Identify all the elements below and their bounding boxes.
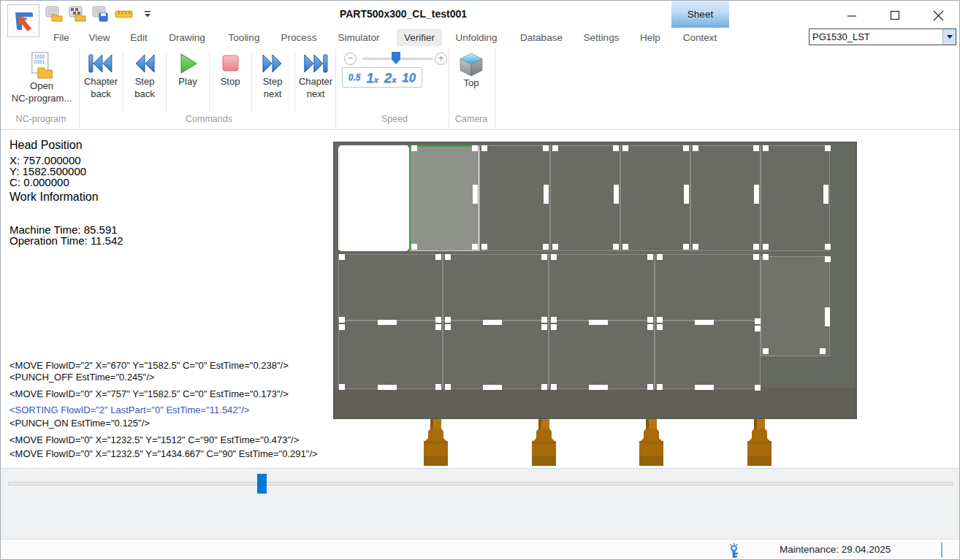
sheet-bottom-margin — [335, 388, 856, 418]
close-button[interactable] — [926, 7, 951, 24]
speed-preset-2x[interactable]: 2x — [384, 71, 397, 85]
chapter-next-button[interactable]: Chapter next — [299, 52, 332, 100]
tab-edit[interactable]: Edit — [123, 28, 154, 46]
sheet-part-pending[interactable] — [549, 321, 655, 389]
open-part-button[interactable] — [45, 6, 63, 22]
button-separator — [209, 52, 210, 112]
micro-joint-mark — [695, 320, 714, 325]
button-label: Step — [263, 75, 283, 88]
camera-top-button[interactable]: Top — [458, 52, 484, 89]
micro-joint-mark — [483, 320, 502, 325]
tab-context[interactable]: Context — [676, 28, 725, 46]
machine-selector-combobox[interactable]: PG1530_LST — [809, 28, 956, 45]
app-logo-button[interactable] — [7, 4, 39, 37]
micro-joint-mark — [445, 254, 451, 260]
sheet-part-pending[interactable] — [690, 145, 761, 251]
tab-drawing[interactable]: Drawing — [161, 28, 213, 46]
play-button[interactable]: Play — [177, 52, 199, 88]
step-next-button[interactable]: Step next — [261, 52, 284, 100]
tab-verifier[interactable]: Verifier — [397, 28, 442, 46]
tab-unfolding[interactable]: Unfolding — [448, 28, 504, 46]
micro-joint-mark — [755, 318, 761, 324]
chapter-back-button[interactable]: Chapter back — [84, 52, 118, 100]
micro-joint-mark — [435, 254, 441, 260]
maximize-icon — [890, 10, 900, 20]
open-nc-program-button[interactable]: 1010 0101 Open NC-program... — [12, 52, 72, 104]
micro-joint-mark — [657, 324, 663, 330]
tab-view[interactable]: View — [81, 28, 117, 46]
combo-dropdown-arrow[interactable] — [942, 29, 956, 45]
speed-slider-thumb[interactable] — [392, 52, 400, 64]
sheet-part-pending[interactable] — [550, 145, 620, 251]
nc-log-line[interactable]: <PUNCH_OFF EstTime="0.245"/> — [9, 372, 154, 383]
group-label-commands: Commands — [186, 114, 232, 124]
micro-joint-mark — [339, 254, 345, 260]
micro-joint-mark — [551, 254, 557, 260]
tab-help[interactable]: Help — [633, 28, 668, 46]
micro-joint-mark — [683, 244, 689, 250]
tab-simulator[interactable]: Simulator — [330, 28, 386, 46]
micro-joint-mark — [551, 324, 557, 330]
micro-joint-mark — [657, 384, 663, 390]
sheet-part-pending[interactable] — [655, 321, 761, 389]
tab-file[interactable]: File — [46, 28, 77, 46]
group-separator — [495, 49, 495, 128]
tab-database[interactable]: Database — [513, 28, 570, 46]
nc-log-line[interactable]: <PUNCH_ON EstTime="0.125"/> — [9, 418, 150, 429]
qat-customize-dropdown[interactable] — [138, 6, 156, 22]
ruler-button[interactable] — [115, 6, 133, 22]
micro-joint-mark — [543, 145, 549, 151]
micro-joint-mark — [551, 317, 557, 323]
step-back-button[interactable]: Step back — [133, 52, 156, 100]
svg-text:1010: 1010 — [34, 54, 45, 59]
nc-log-line-current[interactable]: <SORTING FlowID="2" LastPart="0" EstTime… — [9, 404, 249, 415]
sheet[interactable] — [333, 142, 857, 419]
sheet-part-pending[interactable] — [655, 254, 761, 321]
sheet-part-pending[interactable] — [761, 145, 830, 251]
sheet-part-pending[interactable] — [620, 145, 690, 251]
ribbon: 1010 0101 Open NC-program... NC-program … — [1, 46, 959, 130]
button-label: back — [91, 88, 110, 100]
speed-preset-1x[interactable]: 1x — [366, 71, 378, 85]
tab-tooling[interactable]: Tooling — [221, 28, 267, 46]
sheet-part-pending[interactable] — [443, 321, 549, 389]
contextual-tab-sheet[interactable]: Sheet — [671, 1, 729, 28]
micro-joint-mark — [402, 244, 408, 250]
maximize-button[interactable] — [883, 7, 907, 24]
micro-joint-mark — [763, 145, 769, 151]
speed-increase-button[interactable]: + — [435, 53, 447, 65]
micro-joint-mark — [338, 244, 344, 250]
open-nc-button[interactable] — [68, 6, 86, 22]
micro-joint-mark — [481, 145, 487, 151]
timeline-slider-track[interactable] — [8, 482, 953, 486]
sheet-part-pending[interactable] — [338, 254, 443, 321]
speed-decrease-button[interactable]: − — [344, 53, 357, 65]
nc-log-line[interactable]: <MOVE FlowID="0" X="1232.5" Y="1434.667"… — [9, 448, 318, 459]
micro-joint-mark — [411, 145, 417, 151]
minimize-button[interactable] — [839, 7, 864, 24]
button-label: back — [134, 88, 154, 100]
tab-settings[interactable]: Settings — [576, 28, 627, 46]
tab-process[interactable]: Process — [274, 28, 324, 46]
sheet-part-pending-light[interactable] — [761, 256, 830, 356]
group-separator — [335, 49, 336, 128]
nc-log-line[interactable]: <MOVE FlowID="0" X="757" Y="1582.5" C="0… — [9, 388, 289, 399]
sheet-part-pending[interactable] — [338, 321, 443, 389]
nc-log-line[interactable]: <MOVE FlowID="2" X="670" Y="1582.5" C="0… — [9, 360, 289, 371]
micro-joint-mark — [825, 307, 830, 326]
sheet-part-current[interactable] — [409, 145, 479, 251]
micro-joint-mark — [445, 384, 451, 390]
close-icon — [933, 10, 944, 21]
micro-joint-mark — [622, 244, 628, 250]
sheet-part-pending[interactable] — [443, 254, 549, 321]
sheet-part-pending[interactable] — [549, 254, 655, 321]
work-information-title: Work Information — [9, 191, 99, 204]
save-button[interactable] — [91, 6, 110, 22]
sheet-part-pending[interactable] — [479, 145, 550, 251]
sheet-part-done[interactable] — [338, 145, 409, 251]
speed-preset-10[interactable]: 10 — [402, 72, 416, 84]
timeline-slider-thumb[interactable] — [257, 474, 267, 494]
stop-button[interactable]: Stop — [219, 52, 241, 88]
speed-preset-0.5[interactable]: 0.5 — [348, 73, 361, 82]
nc-log-line[interactable]: <MOVE FlowID="0" X="1232.5" Y="1512" C="… — [9, 434, 299, 445]
